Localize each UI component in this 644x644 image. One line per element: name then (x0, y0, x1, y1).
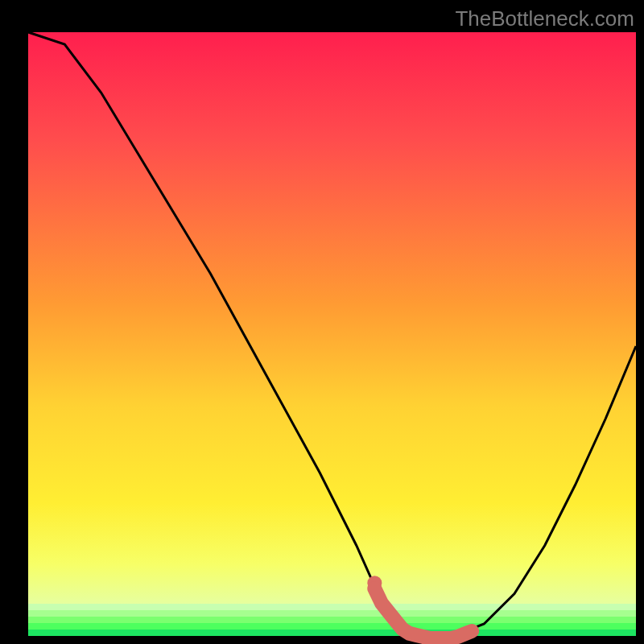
svg-rect-3 (28, 623, 636, 630)
svg-rect-2 (28, 617, 636, 623)
watermark-text: TheBottleneck.com (455, 6, 634, 31)
svg-rect-5 (28, 631, 636, 636)
bottleneck-chart (0, 0, 644, 644)
chart-green-band (28, 604, 636, 636)
svg-rect-1 (28, 610, 636, 617)
svg-rect-0 (28, 604, 636, 610)
